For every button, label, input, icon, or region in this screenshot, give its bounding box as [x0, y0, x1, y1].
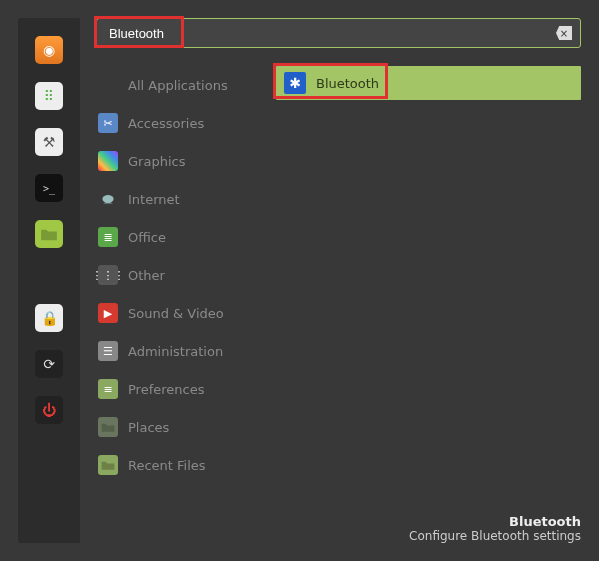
category-internet[interactable]: Internet — [96, 180, 256, 218]
menu-columns: All Applications ✂ Accessories Graphics … — [96, 66, 581, 484]
category-label: Accessories — [128, 116, 204, 131]
places-icon — [98, 417, 118, 437]
app-menu: ◉ ⠿ ⚒ >_ 🔒 ⟳ ⏻ × All Applications ✂ — [0, 0, 599, 561]
svg-point-0 — [102, 195, 113, 203]
footer-title: Bluetooth — [409, 514, 581, 529]
category-administration[interactable]: ☰ Administration — [96, 332, 256, 370]
category-recent-files[interactable]: Recent Files — [96, 446, 256, 484]
main-panel: × All Applications ✂ Accessories Graphic… — [96, 18, 581, 543]
clear-search-button[interactable]: × — [556, 26, 572, 40]
category-label: Places — [128, 420, 169, 435]
preferences-icon: ≡ — [98, 379, 118, 399]
backspace-icon: × — [560, 28, 568, 39]
category-graphics[interactable]: Graphics — [96, 142, 256, 180]
category-list: All Applications ✂ Accessories Graphics … — [96, 66, 256, 484]
category-places[interactable]: Places — [96, 408, 256, 446]
category-office[interactable]: ≣ Office — [96, 218, 256, 256]
category-label: Administration — [128, 344, 223, 359]
category-other[interactable]: ⋮⋮⋮ Other — [96, 256, 256, 294]
category-label: Internet — [128, 192, 180, 207]
category-accessories[interactable]: ✂ Accessories — [96, 104, 256, 142]
terminal-icon[interactable]: >_ — [35, 174, 63, 202]
results-list: ✱ Bluetooth — [276, 66, 581, 484]
update-icon[interactable]: ⟳ — [35, 350, 63, 378]
footer-description: Configure Bluetooth settings — [409, 529, 581, 543]
category-label: Recent Files — [128, 458, 206, 473]
category-label: Office — [128, 230, 166, 245]
accessories-icon: ✂ — [98, 113, 118, 133]
category-label: Preferences — [128, 382, 204, 397]
category-preferences[interactable]: ≡ Preferences — [96, 370, 256, 408]
administration-icon: ☰ — [98, 341, 118, 361]
lock-icon[interactable]: 🔒 — [35, 304, 63, 332]
firefox-icon[interactable]: ◉ — [35, 36, 63, 64]
search-row: × — [96, 18, 581, 48]
all-apps-icon — [98, 75, 118, 95]
sound-video-icon: ▶ — [98, 303, 118, 323]
apps-icon[interactable]: ⠿ — [35, 82, 63, 110]
result-bluetooth[interactable]: ✱ Bluetooth — [276, 66, 581, 100]
settings-icon[interactable]: ⚒ — [35, 128, 63, 156]
category-all[interactable]: All Applications — [96, 66, 256, 104]
category-label: Other — [128, 268, 165, 283]
files-icon[interactable] — [35, 220, 63, 248]
status-footer: Bluetooth Configure Bluetooth settings — [409, 514, 581, 543]
category-sound-video[interactable]: ▶ Sound & Video — [96, 294, 256, 332]
office-icon: ≣ — [98, 227, 118, 247]
favorites-sidebar: ◉ ⠿ ⚒ >_ 🔒 ⟳ ⏻ — [18, 18, 80, 543]
search-input[interactable] — [105, 26, 556, 41]
result-label: Bluetooth — [316, 76, 379, 91]
category-label: Sound & Video — [128, 306, 224, 321]
graphics-icon — [98, 151, 118, 171]
recent-files-icon — [98, 455, 118, 475]
category-label: Graphics — [128, 154, 185, 169]
power-icon[interactable]: ⏻ — [35, 396, 63, 424]
internet-icon — [98, 189, 118, 209]
other-icon: ⋮⋮⋮ — [98, 265, 118, 285]
category-label: All Applications — [128, 78, 228, 93]
bluetooth-icon: ✱ — [284, 72, 306, 94]
